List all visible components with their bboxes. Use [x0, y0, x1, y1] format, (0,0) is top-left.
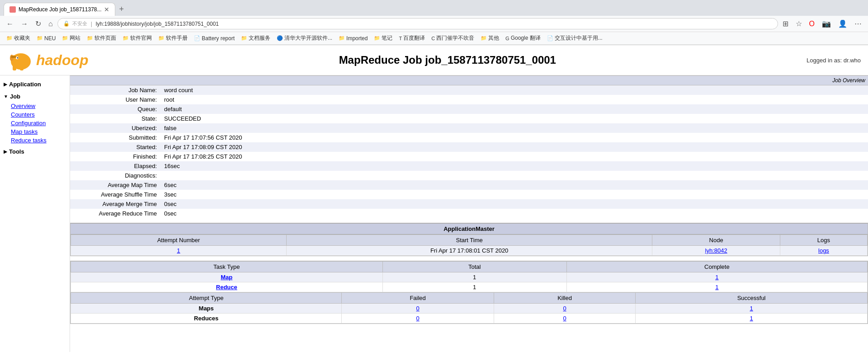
nav-bar: ← → ↻ ⌂ 🔓 不安全 | lyh:19888/jobhistory/job…	[0, 16, 868, 32]
task-type-table: Task Type Total Complete Map 1 1 Reduce	[71, 261, 868, 292]
maps-successful-link[interactable]: 1	[750, 305, 753, 312]
bookmark-baidu-translate[interactable]: T百度翻译	[396, 33, 428, 43]
field-label: User Name:	[70, 95, 160, 104]
bookmark-label: 网站	[70, 34, 80, 42]
tab-favicon	[9, 6, 16, 13]
ximen-icon: C	[431, 36, 435, 41]
folder-icon: 📁	[481, 35, 487, 41]
table-row: Submitted: Fri Apr 17 17:07:56 CST 2020	[70, 133, 868, 142]
node-link[interactable]: lyh:8042	[705, 247, 727, 254]
refresh-button[interactable]: ↻	[33, 18, 44, 30]
sidebar-application-header[interactable]: ▶ Application	[0, 79, 70, 89]
maps-failed-link[interactable]: 0	[416, 305, 420, 312]
reduce-total-cell: 1	[382, 282, 566, 292]
sidebar-section-tools: ▶ Tools	[0, 146, 70, 157]
content-area: Job Overview Job Name: word count User N…	[70, 75, 868, 352]
forward-button[interactable]: →	[18, 18, 31, 30]
bookmark-notes[interactable]: 📁笔记	[371, 33, 395, 43]
map-complete-link[interactable]: 1	[715, 274, 718, 281]
bookmark-software-page[interactable]: 📁软件页面	[84, 33, 119, 43]
table-row: Job Name: word count	[70, 85, 868, 95]
attempt-number-link[interactable]: 1	[177, 247, 180, 254]
star-button[interactable]: ☆	[793, 18, 805, 30]
bookmark-other[interactable]: 📁其他	[478, 33, 502, 43]
reduce-link[interactable]: Reduce	[216, 284, 237, 291]
map-link[interactable]: Map	[221, 274, 232, 281]
bookmark-label: 软件官网	[130, 34, 152, 42]
table-row: Diagnostics:	[70, 171, 868, 180]
job-overview-label-text: Job Overview	[832, 77, 865, 84]
reduce-complete-cell: 1	[566, 282, 867, 292]
field-label: Job Name:	[70, 85, 160, 95]
sidebar-item-configuration[interactable]: Configuration	[0, 119, 70, 127]
field-label: Average Reduce Time	[70, 209, 160, 218]
bookmark-label: 清华大学开源软件...	[284, 34, 332, 42]
opera-button[interactable]: O	[807, 18, 817, 30]
sidebar-item-overview[interactable]: Overview	[0, 102, 70, 110]
table-row: Reduce 1 1	[71, 282, 868, 292]
bookmark-software-site[interactable]: 📁软件官网	[120, 33, 155, 43]
table-row: Uberized: false	[70, 123, 868, 133]
bookmark-google-translate[interactable]: GGoogle 翻译	[503, 33, 543, 43]
bookmark-label: 笔记	[382, 34, 392, 42]
reduces-successful-cell: 1	[636, 314, 868, 323]
sidebar-tools-header[interactable]: ▶ Tools	[0, 146, 70, 157]
new-tab-button[interactable]: +	[115, 4, 127, 15]
reduces-attempt-cell: Reduces	[71, 314, 342, 323]
sidebar-item-reduce-tasks[interactable]: Reduce tasks	[0, 136, 70, 145]
start-time-header: Start Time	[286, 235, 652, 246]
bookmark-website[interactable]: 📁网站	[59, 33, 83, 43]
reduces-successful-link[interactable]: 1	[750, 315, 753, 322]
bookmark-docs[interactable]: 📁文档服务	[238, 33, 273, 43]
url-text[interactable]: lyh:19888/jobhistory/job/job_15871137807…	[96, 21, 772, 27]
bookmark-manual[interactable]: 📁软件手册	[156, 33, 190, 43]
attempt-type-table: Attempt Type Failed Killed Successful Ma…	[71, 292, 868, 323]
sidebar-job-header[interactable]: ▼ Job	[0, 91, 70, 102]
sidebar-item-map-tasks[interactable]: Map tasks	[0, 127, 70, 136]
sidebar-section-application: ▶ Application	[0, 79, 70, 89]
table-row: Map 1 1	[71, 272, 868, 282]
reduces-failed-link[interactable]: 0	[416, 315, 420, 322]
field-label: Average Shuffle Time	[70, 190, 160, 199]
bookmark-battery[interactable]: 📄Battery report	[191, 34, 237, 42]
bookmark-imported[interactable]: 📁Imported	[336, 34, 370, 42]
page-header: hadoop MapReduce Job job_1587113780751_0…	[0, 45, 868, 75]
extensions-button[interactable]: ⊞	[780, 18, 791, 30]
field-value: 16sec	[160, 161, 868, 171]
hadoop-logo: hadoop	[7, 49, 89, 71]
field-label: Diagnostics:	[70, 171, 160, 180]
attempt-number-header: Attempt Number	[71, 235, 287, 246]
bookmark-interaction[interactable]: 📄交互设计中基于用...	[544, 33, 605, 43]
menu-button[interactable]: ⋯	[852, 18, 864, 30]
task-summary-section: Task Type Total Complete Map 1 1 Reduce	[70, 261, 868, 324]
home-button[interactable]: ⌂	[46, 18, 56, 30]
active-tab[interactable]: MapReduce Job job_158711378... ✕	[4, 3, 115, 16]
table-row: Elapsed: 16sec	[70, 161, 868, 171]
reduce-complete-link[interactable]: 1	[715, 284, 718, 291]
sidebar-item-counters[interactable]: Counters	[0, 110, 70, 119]
address-bar[interactable]: 🔓 不安全 | lyh:19888/jobhistory/job/job_158…	[57, 18, 778, 29]
tools-arrow: ▶	[4, 149, 7, 154]
main-layout: ▶ Application ▼ Job Overview Counters Co…	[0, 75, 868, 352]
maps-killed-link[interactable]: 0	[563, 305, 566, 312]
table-row: Maps 0 0 1	[71, 304, 868, 314]
back-button[interactable]: ←	[4, 18, 16, 30]
tab-close-button[interactable]: ✕	[104, 6, 109, 13]
reduces-killed-link[interactable]: 0	[563, 315, 566, 322]
hadoop-elephant-icon	[7, 49, 34, 71]
bookmark-ximen[interactable]: C西门催学不吹音	[429, 33, 477, 43]
logs-link[interactable]: logs	[818, 247, 829, 254]
application-master-table: Attempt Number Start Time Node Logs 1 Fr…	[71, 234, 868, 256]
application-master-title: ApplicationMaster	[71, 223, 868, 234]
profile-button[interactable]: 👤	[835, 18, 850, 30]
bookmark-neu[interactable]: 📁NEU	[34, 34, 58, 42]
bookmark-tsinghua[interactable]: 🔵清华大学开源软件...	[274, 33, 335, 43]
translate-icon: T	[399, 36, 402, 41]
table-header-row: Task Type Total Complete	[71, 262, 868, 272]
bookmark-label: 收藏夹	[14, 34, 30, 42]
attempt-number-cell: 1	[71, 246, 287, 256]
bookmark-favorites[interactable]: 📁收藏夹	[4, 33, 33, 43]
field-value: Fri Apr 17 17:08:25 CST 2020	[160, 152, 868, 161]
snapshot-button[interactable]: 📷	[819, 18, 834, 30]
field-value: Fri Apr 17 17:07:56 CST 2020	[160, 133, 868, 142]
